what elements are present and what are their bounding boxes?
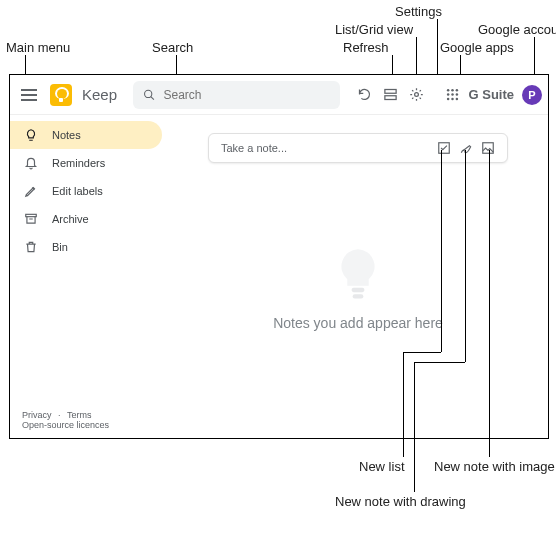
sidebar-item-label: Notes bbox=[52, 129, 81, 141]
svg-point-8 bbox=[447, 93, 450, 96]
empty-state-text: Notes you add appear here bbox=[168, 315, 548, 331]
svg-rect-2 bbox=[385, 90, 396, 94]
sidebar-item-bin[interactable]: Bin bbox=[10, 233, 162, 261]
callout-new-drawing: New note with drawing bbox=[335, 494, 466, 509]
callout-new-list: New list bbox=[359, 459, 405, 474]
view-toggle-button[interactable] bbox=[378, 83, 402, 107]
gsuite-label: G Suite bbox=[468, 87, 514, 102]
new-list-button[interactable] bbox=[433, 137, 455, 159]
svg-rect-3 bbox=[385, 96, 396, 100]
callout-new-image: New note with image bbox=[434, 459, 555, 474]
sidebar-item-archive[interactable]: Archive bbox=[10, 205, 162, 233]
list-view-icon bbox=[383, 87, 398, 102]
trash-icon bbox=[24, 240, 38, 254]
callout-list-grid: List/Grid view bbox=[335, 22, 413, 37]
main-area: Take a note... Notes you add appear her bbox=[168, 115, 548, 438]
sidebar-item-edit-labels[interactable]: Edit labels bbox=[10, 177, 162, 205]
top-icons: G Suite P bbox=[352, 83, 542, 107]
sidebar-item-notes[interactable]: Notes bbox=[10, 121, 162, 149]
app-title: Keep bbox=[82, 86, 117, 103]
svg-point-7 bbox=[456, 89, 459, 92]
archive-icon bbox=[24, 212, 38, 226]
refresh-icon bbox=[357, 87, 372, 102]
brush-icon bbox=[459, 141, 473, 155]
sidebar-item-label: Reminders bbox=[52, 157, 105, 169]
app-frame: Keep G Suite bbox=[9, 74, 549, 439]
gear-icon bbox=[409, 87, 424, 102]
svg-rect-14 bbox=[26, 214, 37, 216]
svg-line-1 bbox=[151, 96, 154, 99]
sidebar-item-reminders[interactable]: Reminders bbox=[10, 149, 162, 177]
svg-rect-17 bbox=[352, 288, 365, 292]
search-icon bbox=[143, 88, 155, 102]
take-note-placeholder: Take a note... bbox=[221, 142, 433, 154]
sidebar-item-label: Archive bbox=[52, 213, 89, 225]
svg-point-6 bbox=[451, 89, 454, 92]
account-avatar[interactable]: P bbox=[522, 85, 542, 105]
bulb-icon bbox=[24, 128, 38, 142]
svg-point-9 bbox=[451, 93, 454, 96]
bell-icon bbox=[24, 156, 38, 170]
callout-main-menu: Main menu bbox=[6, 40, 70, 55]
take-note-input[interactable]: Take a note... bbox=[208, 133, 508, 163]
footer-privacy-link[interactable]: Privacy bbox=[22, 410, 52, 420]
svg-point-10 bbox=[456, 93, 459, 96]
sidebar-item-label: Bin bbox=[52, 241, 68, 253]
image-icon bbox=[481, 141, 495, 155]
svg-point-0 bbox=[145, 90, 152, 97]
refresh-button[interactable] bbox=[352, 83, 376, 107]
svg-point-11 bbox=[447, 98, 450, 101]
callout-google-apps: Google apps bbox=[440, 40, 514, 55]
topbar: Keep G Suite bbox=[10, 75, 548, 115]
sidebar: Notes Reminders Edit labels Archive bbox=[10, 115, 168, 438]
apps-grid-icon bbox=[445, 87, 460, 102]
search-box[interactable] bbox=[133, 81, 340, 109]
new-image-button[interactable] bbox=[477, 137, 499, 159]
empty-state: Notes you add appear here bbox=[168, 245, 548, 331]
svg-point-5 bbox=[447, 89, 450, 92]
svg-point-4 bbox=[415, 93, 419, 97]
google-apps-button[interactable] bbox=[440, 83, 464, 107]
svg-point-12 bbox=[451, 98, 454, 101]
footer-opensource-link[interactable]: Open-source licences bbox=[22, 420, 109, 430]
keep-logo-icon bbox=[50, 84, 72, 106]
checkbox-icon bbox=[437, 141, 451, 155]
footer-terms-link[interactable]: Terms bbox=[67, 410, 92, 420]
svg-point-13 bbox=[456, 98, 459, 101]
hamburger-icon bbox=[21, 89, 37, 101]
settings-button[interactable] bbox=[404, 83, 428, 107]
main-menu-button[interactable] bbox=[16, 82, 42, 108]
callout-search: Search bbox=[152, 40, 193, 55]
callout-refresh: Refresh bbox=[343, 40, 389, 55]
new-drawing-button[interactable] bbox=[455, 137, 477, 159]
footer: Privacy · Terms Open-source licences bbox=[10, 402, 168, 438]
callout-google-account: Google account bbox=[478, 22, 556, 37]
svg-rect-18 bbox=[353, 294, 364, 298]
svg-rect-16 bbox=[483, 143, 494, 154]
search-input[interactable] bbox=[164, 88, 331, 102]
callout-settings: Settings bbox=[395, 4, 442, 19]
sidebar-item-label: Edit labels bbox=[52, 185, 103, 197]
pencil-icon bbox=[24, 184, 38, 198]
bulb-large-icon bbox=[328, 245, 388, 305]
